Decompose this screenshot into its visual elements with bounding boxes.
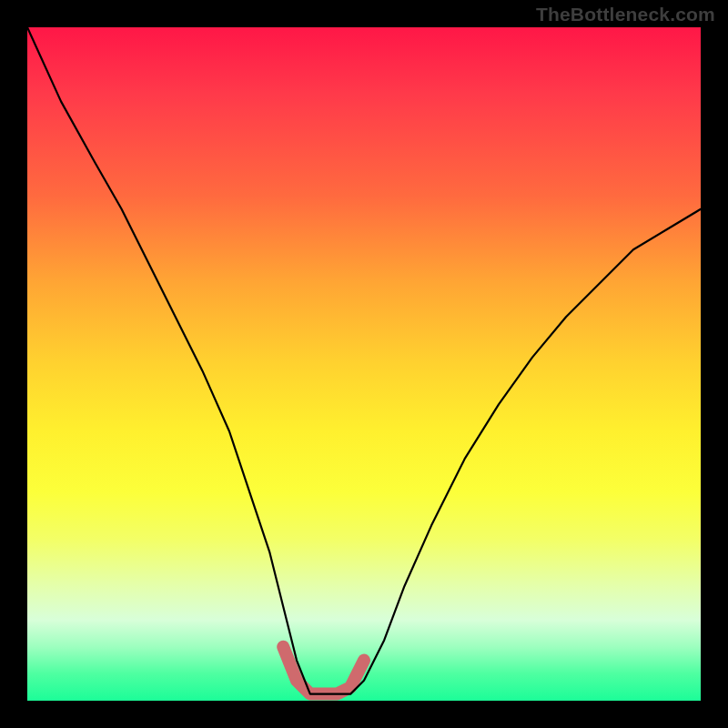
gradient-plot-area [27,27,701,701]
watermark-text: TheBottleneck.com [536,4,715,25]
bottleneck-curve-path [27,27,701,694]
curves-svg [27,27,701,701]
chart-frame: TheBottleneck.com [0,0,728,728]
